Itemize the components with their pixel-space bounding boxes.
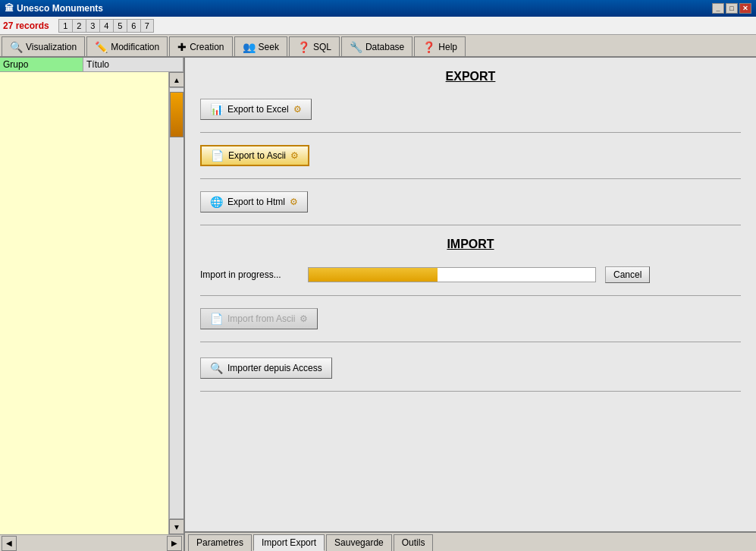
ascii-icon: 📄: [211, 150, 224, 162]
import-progress-row: Import in progress... Cancel: [200, 266, 741, 283]
left-panel: Grupo Título ▲ ▼ ◀ ▶: [0, 58, 185, 551]
minimize-button[interactable]: _: [712, 3, 724, 14]
bottom-tabs: Parametres Import Export Sauvegarde Outi…: [185, 531, 756, 551]
app-window: 🏛 Unesco Monuments _ □ ✕ 27 records 1 2 …: [0, 0, 756, 551]
tab-modification[interactable]: ✏️ Modification: [86, 36, 168, 56]
tab-database[interactable]: 🔧 Database: [341, 36, 413, 56]
page-tabs: 1 2 3 4 5 6 7: [58, 19, 154, 33]
nav-tabs: 🔍 Visualization ✏️ Modification ✚ Creati…: [0, 35, 756, 58]
import-ascii-arrow: ⚙: [300, 313, 308, 324]
close-button[interactable]: ✕: [739, 3, 751, 14]
bottom-tab-sauvegarde[interactable]: Sauvegarde: [326, 534, 392, 551]
bottom-tab-outils[interactable]: Outils: [394, 534, 434, 551]
divider-6: [200, 391, 741, 392]
tab-seek[interactable]: 👥 Seek: [234, 36, 287, 56]
bottom-tab-sauvegarde-label: Sauvegarde: [334, 537, 384, 548]
left-panel-inner: ▲ ▼: [0, 72, 184, 534]
tab-help[interactable]: ❓ Help: [414, 36, 466, 56]
tab-sql[interactable]: ❓ SQL: [289, 36, 340, 56]
bottom-tab-parametres-label: Parametres: [196, 537, 243, 548]
import-access-button[interactable]: 🔍 Importer depuis Access: [200, 357, 332, 379]
page-tab-3[interactable]: 3: [86, 19, 99, 33]
bottom-tab-parametres[interactable]: Parametres: [188, 534, 252, 551]
title-bar: 🏛 Unesco Monuments _ □ ✕: [0, 0, 756, 17]
window-controls: _ □ ✕: [712, 3, 751, 14]
export-excel-label: Export to Excel: [227, 104, 289, 115]
right-panel: EXPORT 📊 Export to Excel ⚙ 📄 Export to A…: [185, 58, 756, 551]
page-tab-7[interactable]: 7: [140, 19, 154, 33]
import-title: IMPORT: [200, 238, 741, 251]
content-area: EXPORT 📊 Export to Excel ⚙ 📄 Export to A…: [185, 58, 756, 531]
records-count: 27 records: [3, 20, 49, 31]
import-access-row: 🔍 Importer depuis Access: [200, 357, 741, 379]
records-bar: 27 records 1 2 3 4 5 6 7: [0, 17, 756, 35]
import-ascii-row: 📄 Import from Ascii ⚙: [200, 308, 741, 329]
visualization-icon: 🔍: [10, 41, 23, 53]
page-tab-4[interactable]: 4: [99, 19, 113, 33]
page-tab-2[interactable]: 2: [72, 19, 86, 33]
bottom-tab-outils-label: Outils: [402, 537, 425, 548]
next-arrow[interactable]: ▶: [167, 536, 182, 551]
maximize-button[interactable]: □: [726, 3, 738, 14]
page-tab-1[interactable]: 1: [58, 19, 72, 33]
prev-arrow[interactable]: ◀: [2, 536, 17, 551]
divider-1: [200, 132, 741, 133]
tab-creation[interactable]: ✚ Creation: [169, 36, 232, 56]
export-ascii-label: Export to Ascii: [228, 150, 286, 161]
export-excel-button[interactable]: 📊 Export to Excel ⚙: [200, 99, 312, 120]
left-panel-bottom: ◀ ▶: [0, 534, 184, 551]
creation-icon: ✚: [177, 41, 187, 53]
divider-3: [200, 225, 741, 225]
tab-sql-label: SQL: [313, 42, 331, 52]
tab-visualization[interactable]: 🔍 Visualization: [2, 36, 85, 56]
database-icon: 🔧: [350, 41, 362, 53]
progress-bar-container: [308, 267, 596, 282]
left-panel-list: [0, 72, 168, 534]
divider-5: [200, 342, 741, 342]
title-bar-left: 🏛 Unesco Monuments: [5, 3, 103, 14]
export-html-label: Export to Html: [227, 197, 285, 207]
export-excel-row: 📊 Export to Excel ⚙: [200, 99, 741, 120]
scroll-up-btn[interactable]: ▲: [169, 72, 184, 87]
import-progress-label: Import in progress...: [200, 269, 299, 280]
page-tab-6[interactable]: 6: [127, 19, 140, 33]
import-ascii-button[interactable]: 📄 Import from Ascii ⚙: [200, 308, 318, 329]
ascii-btn-arrow: ⚙: [290, 150, 299, 161]
import-access-label: Importer depuis Access: [227, 363, 322, 373]
bottom-tab-import-export[interactable]: Import Export: [253, 534, 325, 551]
scroll-thumb: [170, 92, 184, 137]
app-icon: 🏛: [5, 3, 14, 14]
access-icon: 🔍: [210, 362, 223, 374]
divider-4: [200, 295, 741, 296]
tab-seek-label: Seek: [259, 42, 279, 52]
export-html-row: 🌐 Export to Html ⚙: [200, 191, 741, 213]
progress-bar-fill: [309, 268, 438, 282]
col-grupo: Grupo: [0, 58, 83, 71]
list-header: Grupo Título: [0, 58, 184, 72]
export-ascii-row: 📄 Export to Ascii ⚙: [200, 145, 741, 166]
export-ascii-button[interactable]: 📄 Export to Ascii ⚙: [200, 145, 309, 166]
help-icon: ❓: [422, 41, 435, 53]
import-ascii-label: Import from Ascii: [227, 313, 295, 324]
tab-visualization-label: Visualization: [26, 42, 77, 52]
seek-icon: 👥: [243, 41, 256, 53]
html-btn-arrow: ⚙: [290, 197, 298, 207]
tab-creation-label: Creation: [190, 42, 224, 52]
export-title: EXPORT: [200, 70, 741, 83]
left-scrollbar: ▲ ▼: [168, 72, 184, 534]
cancel-button[interactable]: Cancel: [605, 266, 650, 283]
html-icon: 🌐: [210, 196, 223, 208]
excel-btn-arrow: ⚙: [293, 104, 302, 115]
scroll-down-btn[interactable]: ▼: [169, 519, 184, 534]
modification-icon: ✏️: [95, 41, 108, 53]
excel-icon: 📊: [210, 103, 223, 115]
export-html-button[interactable]: 🌐 Export to Html ⚙: [200, 191, 308, 213]
scroll-track[interactable]: [169, 87, 184, 519]
tab-help-label: Help: [438, 42, 457, 52]
import-ascii-icon: 📄: [210, 313, 223, 325]
col-titulo: Título: [83, 58, 184, 71]
sql-icon: ❓: [297, 41, 310, 53]
tab-modification-label: Modification: [111, 42, 159, 52]
page-tab-5[interactable]: 5: [113, 19, 127, 33]
bottom-tab-import-export-label: Import Export: [262, 537, 316, 548]
